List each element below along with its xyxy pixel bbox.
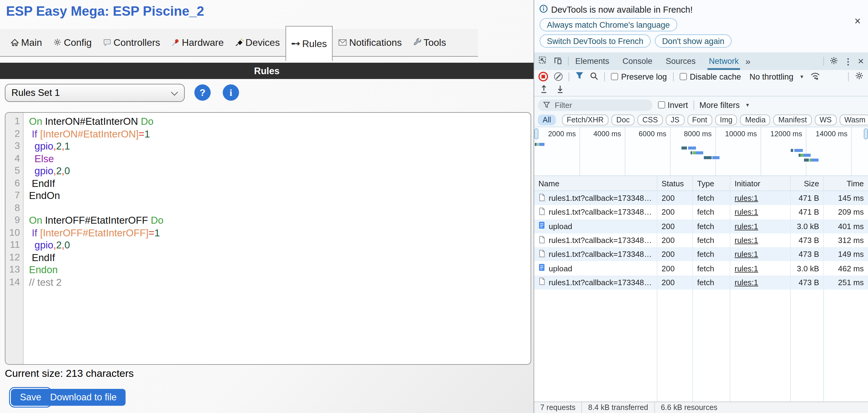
import-har-icon[interactable] <box>539 84 548 95</box>
tab-tools[interactable]: Tools <box>407 29 452 56</box>
column-header-type[interactable]: Type <box>693 176 731 191</box>
column-header-initiator[interactable]: Initiator <box>731 176 791 191</box>
timeline-left-handle[interactable] <box>534 129 538 139</box>
request-time: 209 ms <box>824 205 868 219</box>
request-size: 3.0 kB <box>791 219 824 233</box>
device-toolbar-icon[interactable] <box>553 56 563 67</box>
inspect-element-icon[interactable] <box>538 56 548 67</box>
network-overview-timeline[interactable]: 2000 ms4000 ms6000 ms8000 ms10000 ms1200… <box>534 127 868 176</box>
search-icon[interactable] <box>590 71 598 82</box>
devtools-tab-sources[interactable]: Sources <box>664 53 697 70</box>
infobar-action-button[interactable]: Don't show again <box>655 34 732 48</box>
waterfall-bar <box>804 159 818 162</box>
filter-chip-all[interactable]: All <box>538 114 556 126</box>
initiator-link[interactable]: rules:1 <box>735 236 758 245</box>
infobar-action-button[interactable]: Always match Chrome's language <box>539 18 677 31</box>
filter-chip-wasm[interactable]: Wasm <box>840 114 868 126</box>
invert-checkbox[interactable] <box>658 101 665 108</box>
column-header-size[interactable]: Size <box>791 176 824 191</box>
initiator-link[interactable]: rules:1 <box>735 221 758 231</box>
filter-chip-ws[interactable]: WS <box>814 114 836 126</box>
request-row[interactable]: rules1.txt?callback=17334857...200fetchr… <box>534 247 868 262</box>
home-icon <box>10 38 19 47</box>
initiator-link[interactable]: rules:1 <box>735 264 758 273</box>
filter-chip-css[interactable]: CSS <box>638 114 663 126</box>
filter-input-pill[interactable] <box>538 99 652 111</box>
request-row[interactable]: rules1.txt?callback=17334857...200fetchr… <box>534 191 868 205</box>
settings-gear-icon[interactable] <box>829 56 838 67</box>
help-button[interactable]: ? <box>194 84 211 101</box>
timeline-right-handle[interactable] <box>864 129 868 139</box>
filter-chip-media[interactable]: Media <box>740 114 771 126</box>
request-name[interactable]: rules1.txt?callback=17334857... <box>549 194 652 203</box>
request-row[interactable]: rules1.txt?callback=17334857...200fetchr… <box>534 205 868 219</box>
request-row[interactable]: rules1.txt?callback=17334857...200fetchr… <box>534 233 868 247</box>
request-row[interactable]: upload200fetchrules:13.0 kB462 ms <box>534 262 868 276</box>
column-header-name[interactable]: Name <box>534 176 657 191</box>
filter-chip-doc[interactable]: Doc <box>612 114 634 126</box>
initiator-link[interactable]: rules:1 <box>735 278 758 287</box>
export-har-icon[interactable] <box>556 84 564 95</box>
divider <box>823 57 824 66</box>
record-network-log-icon[interactable] <box>538 72 548 81</box>
tab-hardware[interactable]: Hardware <box>166 29 229 56</box>
throttling-select[interactable]: No throttling <box>749 72 794 81</box>
disable-cache-checkbox[interactable] <box>680 73 687 80</box>
filter-chip-fetch-xhr[interactable]: Fetch/XHR <box>562 114 609 126</box>
invert-label[interactable]: Invert <box>668 100 688 109</box>
network-conditions-icon[interactable] <box>810 71 820 82</box>
devtools-tab-network[interactable]: Network <box>708 53 740 70</box>
tab-devices[interactable]: Devices <box>229 29 285 56</box>
preserve-log-checkbox[interactable] <box>611 73 618 80</box>
document-icon <box>538 235 545 245</box>
filter-chip-js[interactable]: JS <box>666 114 684 126</box>
devtools-tab-elements[interactable]: Elements <box>574 53 611 70</box>
download-to-file-button[interactable]: Download to file <box>41 389 126 406</box>
code-line: gpio,2,0 <box>29 239 531 251</box>
tab-main[interactable]: Main <box>5 29 48 56</box>
request-name[interactable]: upload <box>549 264 572 273</box>
initiator-link[interactable]: rules:1 <box>735 194 758 203</box>
more-filters-button[interactable]: More filters <box>700 100 740 109</box>
filter-funnel-icon[interactable] <box>575 72 584 81</box>
devtools-close-icon[interactable]: × <box>858 55 864 67</box>
code-line: gpio,2,0 <box>29 165 531 177</box>
network-settings-gear-icon[interactable] <box>855 71 864 82</box>
infobar-action-button[interactable]: Switch DevTools to French <box>539 34 651 48</box>
column-header-time[interactable]: Time <box>824 176 868 191</box>
infobar-close-icon[interactable]: × <box>855 16 861 27</box>
filter-input[interactable] <box>554 100 634 110</box>
more-tabs-icon[interactable]: » <box>745 56 751 66</box>
rules-set-select[interactable]: Rules Set 1 <box>5 84 185 102</box>
menu-dots-icon[interactable]: ⋮ <box>844 56 852 66</box>
request-name[interactable]: upload <box>549 221 572 231</box>
clear-network-log-icon[interactable] <box>554 72 563 81</box>
rules-section-header: Rules <box>0 63 534 79</box>
filter-chip-manifest[interactable]: Manifest <box>774 114 812 126</box>
filter-chip-font[interactable]: Font <box>687 114 712 126</box>
rules-editor[interactable]: 1234567891011121314 On InterON#EtatInter… <box>5 112 531 365</box>
tab-notifications[interactable]: Notifications <box>333 29 407 56</box>
tab-config[interactable]: Config <box>48 29 97 56</box>
request-row[interactable]: rules1.txt?callback=17334857...200fetchr… <box>534 276 868 290</box>
column-header-status[interactable]: Status <box>657 176 693 191</box>
request-name[interactable]: rules1.txt?callback=17334857... <box>549 250 652 259</box>
devtools-tab-console[interactable]: Console <box>621 53 654 70</box>
initiator-link[interactable]: rules:1 <box>735 208 758 217</box>
request-name[interactable]: rules1.txt?callback=17334857... <box>549 278 652 287</box>
preserve-log-label[interactable]: Preserve log <box>621 72 667 81</box>
request-row[interactable]: upload200fetchrules:13.0 kB401 ms <box>534 219 868 233</box>
infobar-actions: Always match Chrome's languageSwitch Dev… <box>539 18 752 48</box>
editor-code[interactable]: On InterON#EtatInterON Do If [InterON#Et… <box>24 113 531 288</box>
request-name[interactable]: rules1.txt?callback=17334857... <box>549 208 652 217</box>
tab-controllers[interactable]: Controllers <box>97 29 166 56</box>
request-status: 200 <box>657 247 693 262</box>
filter-chip-img[interactable]: Img <box>715 114 737 126</box>
request-name[interactable]: rules1.txt?callback=17334857... <box>549 236 652 245</box>
disable-cache-label[interactable]: Disable cache <box>690 72 741 81</box>
initiator-link[interactable]: rules:1 <box>735 250 758 259</box>
tab-rules[interactable]: Rules <box>285 26 333 61</box>
network-toolbar: Preserve log Disable cache No throttling… <box>534 70 868 83</box>
request-size: 473 B <box>791 233 824 247</box>
info-button[interactable]: i <box>223 84 239 101</box>
